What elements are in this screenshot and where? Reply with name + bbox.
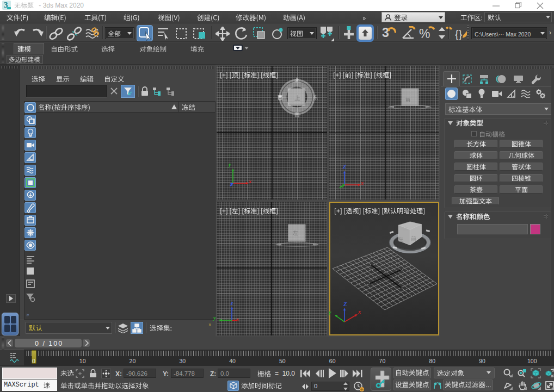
svg-text:%: % — [419, 27, 430, 41]
svg-text:3: 3 — [382, 26, 389, 40]
svg-text:{}: {} — [455, 28, 463, 40]
